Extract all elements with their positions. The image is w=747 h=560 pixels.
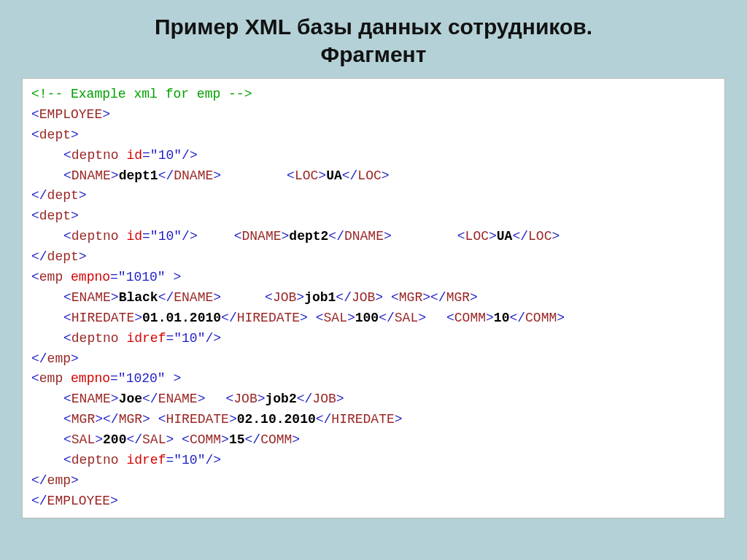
xml-comment: <!-- Example xml for emp --> (31, 85, 716, 105)
tag-employee-close: </EMPLOYEE> (31, 491, 716, 512)
emp2-row3: <SAL>200</SAL> <COMM>15</COMM> (31, 430, 716, 451)
emp1-row2: <HIREDATE>01.01.2010</HIREDATE> <SAL>100… (31, 308, 716, 329)
emp2-deptno: <deptno idref="10"/> (31, 451, 716, 471)
emp1-row1: <ENAME>Black</ENAME><JOB>job1</JOB> <MGR… (31, 288, 716, 308)
dept2-row: <deptno id="10"/><DNAME>dept2</DNAME><LO… (31, 227, 716, 247)
emp2-row1: <ENAME>Joe</ENAME><JOB>job2</JOB> (31, 389, 716, 410)
emp2-row2: <MGR></MGR> <HIREDATE>02.10.2010</HIREDA… (31, 410, 716, 430)
tag-dept2-close: </dept> (31, 247, 716, 268)
dept1-deptno: <deptno id="10"/> (31, 146, 716, 166)
title-line-2: Фрагмент (321, 42, 427, 66)
slide-title: Пример XML базы данных сотрудников. Фраг… (22, 13, 725, 68)
xml-code-block: <!-- Example xml for emp --> <EMPLOYEE> … (22, 78, 725, 518)
tag-employee-open: <EMPLOYEE> (31, 105, 716, 125)
tag-dept1-open: <dept> (31, 125, 716, 146)
tag-emp1-close: </emp> (31, 349, 716, 370)
slide: Пример XML базы данных сотрудников. Фраг… (0, 0, 747, 560)
emp1-deptno: <deptno idref="10"/> (31, 329, 716, 349)
tag-dept1-close: </dept> (31, 186, 716, 206)
dept1-dname-loc: <DNAME>dept1</DNAME><LOC>UA</LOC> (31, 166, 716, 187)
tag-emp2-open: <emp empno="1020" > (31, 369, 716, 389)
title-line-1: Пример XML базы данных сотрудников. (155, 15, 592, 39)
tag-dept2-open: <dept> (31, 206, 716, 227)
tag-emp1-open: <emp empno="1010" > (31, 268, 716, 288)
tag-emp2-close: </emp> (31, 471, 716, 491)
